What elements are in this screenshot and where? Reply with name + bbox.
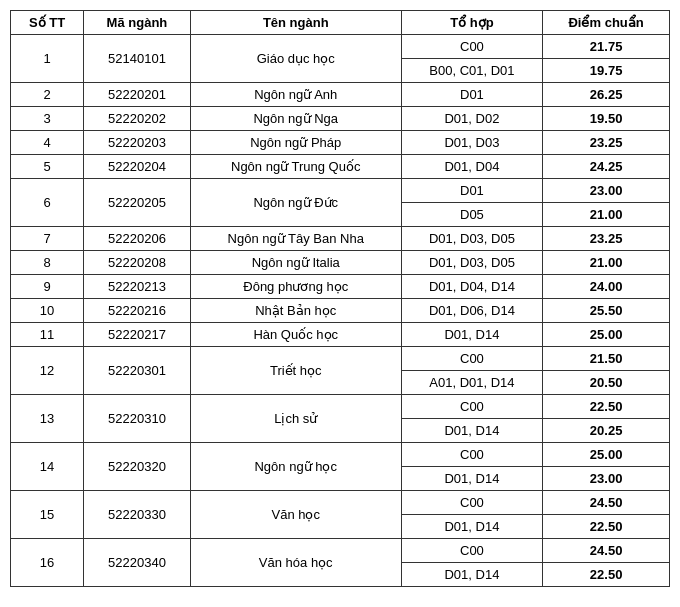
cell-stt: 2 xyxy=(11,83,84,107)
cell-ten: Nhật Bản học xyxy=(190,299,401,323)
cell-diem: 24.50 xyxy=(543,491,670,515)
cell-ma: 52220217 xyxy=(84,323,191,347)
table-row: 152140101Giáo dục họcC0021.75 xyxy=(11,35,670,59)
table-row: 452220203Ngôn ngữ PhápD01, D0323.25 xyxy=(11,131,670,155)
cell-tohop: D01, D14 xyxy=(401,467,543,491)
cell-ten: Ngôn ngữ Trung Quốc xyxy=(190,155,401,179)
cell-tohop: D01, D04 xyxy=(401,155,543,179)
cell-ma: 52220201 xyxy=(84,83,191,107)
cell-ten: Ngôn ngữ Nga xyxy=(190,107,401,131)
table-row: 852220208Ngôn ngữ ItaliaD01, D03, D0521.… xyxy=(11,251,670,275)
cell-ten: Giáo dục học xyxy=(190,35,401,83)
cell-tohop: D01, D03, D05 xyxy=(401,251,543,275)
cell-ten: Ngôn ngữ Tây Ban Nha xyxy=(190,227,401,251)
cell-stt: 9 xyxy=(11,275,84,299)
cell-stt: 8 xyxy=(11,251,84,275)
cell-diem: 19.50 xyxy=(543,107,670,131)
cell-stt: 6 xyxy=(11,179,84,227)
cell-tohop: C00 xyxy=(401,395,543,419)
header-ten: Tên ngành xyxy=(190,11,401,35)
cell-tohop: C00 xyxy=(401,347,543,371)
cell-stt: 7 xyxy=(11,227,84,251)
cell-tohop: D01, D14 xyxy=(401,563,543,587)
cell-ma: 52220216 xyxy=(84,299,191,323)
cell-tohop: A01, D01, D14 xyxy=(401,371,543,395)
table-row: 1052220216Nhật Bản họcD01, D06, D1425.50 xyxy=(11,299,670,323)
cell-diem: 24.25 xyxy=(543,155,670,179)
table-row: 252220201Ngôn ngữ AnhD0126.25 xyxy=(11,83,670,107)
cell-diem: 24.00 xyxy=(543,275,670,299)
cell-ma: 52220301 xyxy=(84,347,191,395)
table-row: 352220202Ngôn ngữ NgaD01, D0219.50 xyxy=(11,107,670,131)
cell-ma: 52220206 xyxy=(84,227,191,251)
cell-diem: 21.00 xyxy=(543,251,670,275)
table-row: 1652220340Văn hóa họcC0024.50 xyxy=(11,539,670,563)
cell-stt: 14 xyxy=(11,443,84,491)
cell-stt: 16 xyxy=(11,539,84,587)
cell-tohop: D01, D14 xyxy=(401,515,543,539)
cell-stt: 12 xyxy=(11,347,84,395)
cell-ten: Văn học xyxy=(190,491,401,539)
cell-tohop: C00 xyxy=(401,443,543,467)
header-diem: Điểm chuẩn xyxy=(543,11,670,35)
table-row: 752220206Ngôn ngữ Tây Ban NhaD01, D03, D… xyxy=(11,227,670,251)
cell-tohop: D05 xyxy=(401,203,543,227)
header-ma: Mã ngành xyxy=(84,11,191,35)
cell-ten: Triết học xyxy=(190,347,401,395)
header-tohop: Tổ hợp xyxy=(401,11,543,35)
cell-ten: Đông phương học xyxy=(190,275,401,299)
table-row: 1552220330Văn họcC0024.50 xyxy=(11,491,670,515)
cell-stt: 13 xyxy=(11,395,84,443)
cell-stt: 15 xyxy=(11,491,84,539)
cell-diem: 23.25 xyxy=(543,227,670,251)
cell-diem: 24.50 xyxy=(543,539,670,563)
cell-ma: 52220310 xyxy=(84,395,191,443)
table-row: 1452220320Ngôn ngữ họcC0025.00 xyxy=(11,443,670,467)
cell-diem: 25.00 xyxy=(543,443,670,467)
cell-diem: 25.50 xyxy=(543,299,670,323)
cell-stt: 5 xyxy=(11,155,84,179)
cell-ten: Văn hóa học xyxy=(190,539,401,587)
cell-ma: 52220203 xyxy=(84,131,191,155)
cell-tohop: C00 xyxy=(401,35,543,59)
cell-tohop: C00 xyxy=(401,491,543,515)
cell-diem: 23.00 xyxy=(543,179,670,203)
cell-ma: 52220205 xyxy=(84,179,191,227)
cell-tohop: D01, D03 xyxy=(401,131,543,155)
cell-diem: 23.25 xyxy=(543,131,670,155)
cell-ma: 52220213 xyxy=(84,275,191,299)
admissions-table: Số TT Mã ngành Tên ngành Tổ hợp Điểm chu… xyxy=(10,10,670,587)
table-row: 952220213Đông phương họcD01, D04, D1424.… xyxy=(11,275,670,299)
cell-ten: Ngôn ngữ Anh xyxy=(190,83,401,107)
cell-tohop: C00 xyxy=(401,539,543,563)
cell-ma: 52220330 xyxy=(84,491,191,539)
cell-diem: 19.75 xyxy=(543,59,670,83)
cell-tohop: D01, D03, D05 xyxy=(401,227,543,251)
table-row: 1252220301Triết họcC0021.50 xyxy=(11,347,670,371)
cell-diem: 23.00 xyxy=(543,467,670,491)
cell-stt: 1 xyxy=(11,35,84,83)
cell-ma: 52220340 xyxy=(84,539,191,587)
cell-stt: 10 xyxy=(11,299,84,323)
cell-diem: 22.50 xyxy=(543,515,670,539)
cell-tohop: B00, C01, D01 xyxy=(401,59,543,83)
cell-ten: Ngôn ngữ Đức xyxy=(190,179,401,227)
cell-ma: 52220202 xyxy=(84,107,191,131)
cell-ten: Hàn Quốc học xyxy=(190,323,401,347)
cell-diem: 26.25 xyxy=(543,83,670,107)
cell-ten: Lịch sử xyxy=(190,395,401,443)
cell-ma: 52220204 xyxy=(84,155,191,179)
cell-tohop: D01 xyxy=(401,83,543,107)
cell-tohop: D01, D02 xyxy=(401,107,543,131)
cell-diem: 20.50 xyxy=(543,371,670,395)
cell-stt: 4 xyxy=(11,131,84,155)
cell-ten: Ngôn ngữ học xyxy=(190,443,401,491)
cell-ten: Ngôn ngữ Pháp xyxy=(190,131,401,155)
table-row: 1152220217Hàn Quốc họcD01, D1425.00 xyxy=(11,323,670,347)
table-row: 1352220310Lịch sửC0022.50 xyxy=(11,395,670,419)
header-stt: Số TT xyxy=(11,11,84,35)
cell-ma: 52220320 xyxy=(84,443,191,491)
cell-diem: 20.25 xyxy=(543,419,670,443)
cell-tohop: D01, D06, D14 xyxy=(401,299,543,323)
cell-diem: 21.75 xyxy=(543,35,670,59)
